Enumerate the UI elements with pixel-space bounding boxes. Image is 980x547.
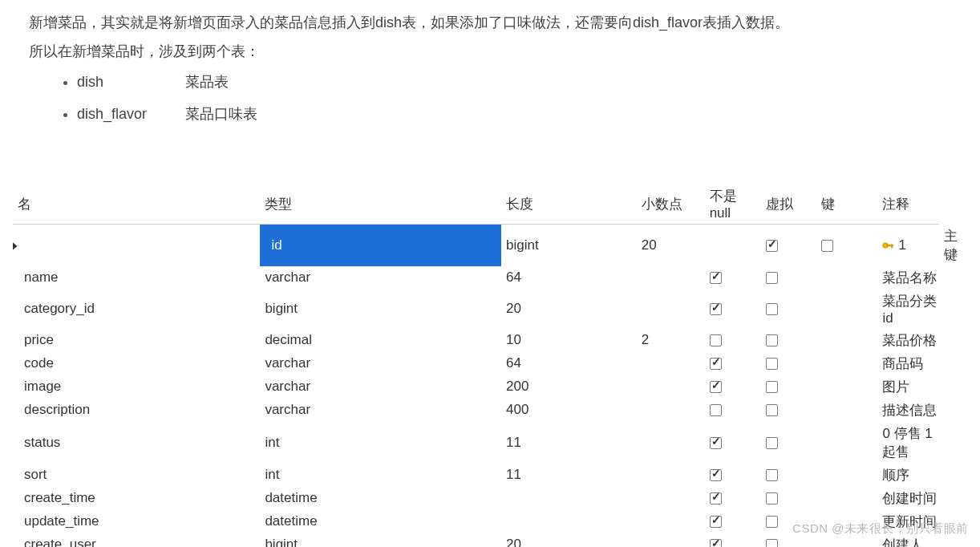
cell-virtual[interactable] <box>761 352 816 375</box>
cell-virtual[interactable] <box>761 329 816 352</box>
cell-name[interactable]: sort <box>13 464 260 487</box>
checkbox-virtual[interactable] <box>766 272 778 284</box>
th-virtual[interactable]: 虚拟 <box>761 184 816 225</box>
cell-type[interactable]: decimal <box>260 329 501 352</box>
th-notnull[interactable]: 不是 null <box>705 184 762 225</box>
cell-key[interactable] <box>816 375 878 399</box>
cell-key[interactable] <box>816 422 878 464</box>
checkbox-virtual[interactable] <box>766 404 778 416</box>
table-row[interactable]: pricedecimal102菜品价格 <box>13 329 959 352</box>
cell-decimal[interactable] <box>637 290 705 329</box>
cell-notnull[interactable] <box>705 266 762 290</box>
cell-length[interactable]: 11 <box>501 464 637 487</box>
cell-notnull[interactable] <box>705 352 762 375</box>
cell-name[interactable]: category_id <box>13 290 260 329</box>
cell-length[interactable]: 20 <box>501 290 637 329</box>
checkbox-virtual[interactable] <box>766 334 778 346</box>
checkbox-virtual[interactable] <box>766 469 778 481</box>
cell-notnull[interactable] <box>761 225 816 266</box>
cell-decimal[interactable] <box>637 422 705 464</box>
cell-decimal[interactable] <box>637 510 705 533</box>
table-row[interactable]: descriptionvarchar400描述信息 <box>13 399 959 422</box>
checkbox-notnull[interactable] <box>710 469 722 481</box>
cell-key[interactable]: 1 <box>877 225 939 266</box>
cell-notnull[interactable] <box>705 290 762 329</box>
cell-comment[interactable]: 菜品名称 <box>877 266 939 290</box>
cell-name[interactable]: price <box>13 329 260 352</box>
cell-decimal[interactable] <box>637 487 705 510</box>
checkbox-notnull[interactable] <box>710 437 722 449</box>
checkbox-notnull[interactable] <box>710 334 722 346</box>
cell-comment[interactable]: 商品码 <box>877 352 939 375</box>
cell-virtual[interactable] <box>816 225 878 266</box>
cell-notnull[interactable] <box>705 329 762 352</box>
cell-name[interactable]: status <box>13 422 260 464</box>
cell-type[interactable]: varchar <box>260 352 501 375</box>
cell-key[interactable] <box>816 399 878 422</box>
cell-virtual[interactable] <box>761 464 816 487</box>
checkbox-notnull[interactable] <box>710 303 722 315</box>
checkbox-notnull[interactable] <box>766 240 778 252</box>
checkbox-notnull[interactable] <box>710 381 722 393</box>
cell-virtual[interactable] <box>761 422 816 464</box>
checkbox-notnull[interactable] <box>710 492 722 504</box>
schema-table[interactable]: 名 类型 长度 小数点 不是 null 虚拟 键 注释 idbigint201主… <box>13 184 959 547</box>
cell-notnull[interactable] <box>705 533 762 548</box>
cell-type[interactable]: varchar <box>260 266 501 290</box>
cell-virtual[interactable] <box>761 375 816 399</box>
cell-notnull[interactable] <box>705 422 762 464</box>
cell-notnull[interactable] <box>705 399 762 422</box>
cell-length[interactable]: 20 <box>501 533 637 548</box>
table-row[interactable]: create_timedatetime创建时间 <box>13 487 959 510</box>
th-decimal[interactable]: 小数点 <box>637 184 705 225</box>
cell-length[interactable]: 64 <box>501 266 637 290</box>
cell-comment[interactable]: 菜品价格 <box>877 329 939 352</box>
cell-length[interactable] <box>501 487 637 510</box>
cell-name[interactable]: name <box>13 266 260 290</box>
cell-type[interactable]: int <box>260 422 501 464</box>
cell-comment[interactable]: 创建时间 <box>877 487 939 510</box>
cell-type[interactable]: bigint <box>260 533 501 548</box>
cell-decimal[interactable] <box>637 464 705 487</box>
table-row[interactable]: category_idbigint20菜品分类id <box>13 290 959 329</box>
checkbox-virtual[interactable] <box>766 437 778 449</box>
th-name[interactable]: 名 <box>13 184 260 225</box>
cell-length[interactable]: 11 <box>501 422 637 464</box>
cell-key[interactable] <box>816 290 878 329</box>
cell-comment[interactable]: 主键 <box>939 225 959 266</box>
cell-comment[interactable]: 图片 <box>877 375 939 399</box>
cell-length[interactable] <box>501 510 637 533</box>
cell-virtual[interactable] <box>761 290 816 329</box>
cell-name[interactable]: id <box>260 225 501 266</box>
table-row[interactable]: imagevarchar200图片 <box>13 375 959 399</box>
cell-name[interactable]: create_user <box>13 533 260 548</box>
cell-decimal[interactable] <box>705 225 762 266</box>
cell-type[interactable]: varchar <box>260 375 501 399</box>
cell-virtual[interactable] <box>761 399 816 422</box>
checkbox-virtual[interactable] <box>766 303 778 315</box>
cell-virtual[interactable] <box>761 266 816 290</box>
checkbox-notnull[interactable] <box>710 404 722 416</box>
cell-name[interactable]: update_time <box>13 510 260 533</box>
cell-name[interactable]: code <box>13 352 260 375</box>
checkbox-virtual[interactable] <box>766 539 778 547</box>
cell-length[interactable]: 10 <box>501 329 637 352</box>
cell-name[interactable]: image <box>13 375 260 399</box>
table-row[interactable]: statusint110 停售 1 起售 <box>13 422 959 464</box>
cell-type[interactable]: datetime <box>260 510 501 533</box>
cell-comment[interactable]: 顺序 <box>877 464 939 487</box>
checkbox-virtual[interactable] <box>766 492 778 504</box>
cell-length[interactable]: 200 <box>501 375 637 399</box>
cell-comment[interactable]: 描述信息 <box>877 399 939 422</box>
checkbox-notnull[interactable] <box>710 358 722 370</box>
cell-length[interactable]: 64 <box>501 352 637 375</box>
th-comment[interactable]: 注释 <box>877 184 939 225</box>
checkbox-virtual[interactable] <box>821 240 833 252</box>
cell-notnull[interactable] <box>705 510 762 533</box>
cell-name[interactable]: description <box>13 399 260 422</box>
cell-notnull[interactable] <box>705 464 762 487</box>
cell-decimal[interactable] <box>637 375 705 399</box>
cell-length[interactable]: 400 <box>501 399 637 422</box>
cell-type[interactable]: int <box>260 464 501 487</box>
cell-key[interactable] <box>816 487 878 510</box>
